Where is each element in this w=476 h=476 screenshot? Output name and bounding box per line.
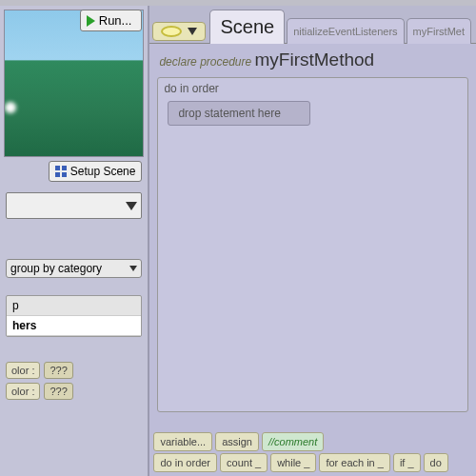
play-icon [87, 15, 95, 27]
control-tile-bar: do in order count _ while _ for each in … [153, 453, 472, 472]
tab-bar: Scene nitializeEventListeners myFirstMet [149, 6, 476, 44]
tab-myfirstmethod[interactable]: myFirstMet [407, 18, 471, 44]
tile-do-in-order[interactable]: do in order [153, 453, 217, 472]
tile-comment[interactable]: //comment [262, 432, 324, 451]
control-tile-bar-2: variable... assign //comment [153, 432, 472, 451]
value-tile[interactable]: ??? [44, 362, 72, 379]
run-button[interactable]: Run... [80, 10, 143, 31]
setup-scene-button[interactable]: Setup Scene [49, 161, 143, 182]
method-declaration: declare procedure myFirstMethod [149, 44, 476, 73]
declare-prefix: declare procedure [159, 55, 251, 69]
category-list: p hers [6, 295, 142, 337]
list-item[interactable]: hers [7, 316, 141, 336]
tile-assign[interactable]: assign [215, 432, 259, 451]
tab-initialize-listeners[interactable]: nitializeEventListeners [287, 18, 404, 44]
left-panel: Run... Setup Scene group by category p h… [0, 6, 149, 476]
scene-viewport[interactable] [4, 10, 144, 157]
tile-if[interactable]: if _ [393, 453, 421, 472]
group-row: group by category [6, 259, 142, 278]
do-in-order-block[interactable]: do in order drop statement here [157, 77, 468, 412]
object-panel: group by category p hers olor : ??? olor… [0, 188, 148, 476]
method-name: myFirstMethod [255, 50, 375, 69]
scene-panel: Run... Setup Scene [0, 6, 148, 188]
setup-label: Setup Scene [70, 165, 136, 178]
method-tiles: olor : ??? olor : ??? [6, 362, 142, 400]
object-selector[interactable] [6, 192, 142, 219]
method-body: do in order drop statement here do in or… [149, 73, 476, 476]
tile-variable[interactable]: variable... [153, 432, 212, 451]
chevron-down-icon [129, 266, 137, 271]
method-tile[interactable]: olor : [6, 362, 40, 379]
tile-while[interactable]: while _ [270, 453, 316, 472]
list-item[interactable]: p [7, 296, 141, 316]
tile-do[interactable]: do [424, 453, 448, 472]
group-label: group by category [10, 262, 102, 275]
chevron-down-icon [188, 28, 197, 35]
app-root: Run... Setup Scene group by category p h… [0, 0, 476, 476]
value-tile[interactable]: ??? [44, 383, 72, 400]
chevron-down-icon [126, 202, 137, 210]
expand-icon [55, 166, 67, 177]
editor-panel: Scene nitializeEventListeners myFirstMet… [149, 6, 476, 476]
drop-statement-zone[interactable]: drop statement here [168, 101, 310, 126]
class-selector[interactable] [152, 22, 206, 41]
tile-count[interactable]: count _ [220, 453, 268, 472]
group-by-select[interactable]: group by category [6, 259, 142, 278]
tab-scene[interactable]: Scene [209, 10, 285, 44]
run-label: Run... [99, 13, 132, 28]
method-tile[interactable]: olor : [6, 383, 40, 400]
tile-for-each[interactable]: for each in _ [319, 453, 390, 472]
class-icon [161, 26, 182, 37]
block-header: do in order [164, 82, 462, 95]
